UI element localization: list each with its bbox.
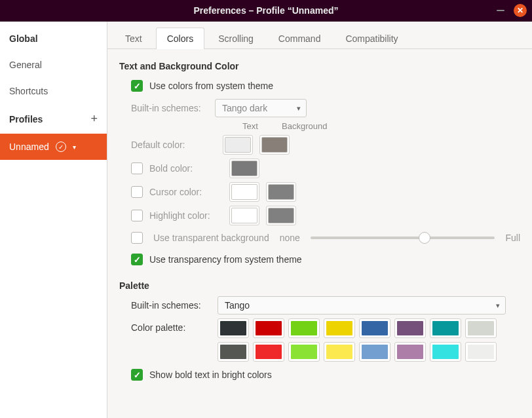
select-palette-scheme[interactable]: Tango — [218, 296, 506, 314]
palette-cell-3[interactable] — [324, 318, 355, 338]
chevron-down-icon[interactable]: ▾ — [73, 143, 76, 151]
palette-cell-9[interactable] — [253, 342, 284, 362]
label-use-system-colors: Use colors from system theme — [149, 81, 273, 91]
swatch-cursor-text[interactable] — [231, 184, 257, 200]
check-icon: ✓ — [56, 142, 66, 152]
palette-cell-15[interactable] — [465, 342, 497, 362]
label-cursor-color: Cursor color: — [149, 187, 223, 197]
palette-swatch[interactable] — [256, 321, 282, 335]
palette-swatch[interactable] — [397, 345, 423, 359]
palette-cell-6[interactable] — [430, 318, 461, 338]
slider-thumb[interactable] — [419, 232, 430, 244]
swatch-bold-text[interactable] — [231, 161, 257, 176]
palette-swatch[interactable] — [220, 321, 246, 335]
palette-swatch[interactable] — [326, 345, 352, 359]
label-highlight-color: Highlight color: — [149, 210, 223, 221]
slider-label-full: Full — [505, 233, 520, 243]
tab-scrolling[interactable]: Scrolling — [207, 28, 265, 49]
col-header-bg: Background — [282, 121, 326, 131]
sidebar-item-shortcuts[interactable]: Shortcuts — [0, 78, 107, 104]
swatch-highlight-text[interactable] — [231, 208, 257, 223]
checkbox-bold-bright[interactable] — [131, 369, 143, 381]
palette-cell-13[interactable] — [394, 342, 426, 362]
swatch-cursor-bg[interactable] — [268, 184, 294, 200]
palette-cell-1[interactable] — [253, 318, 284, 338]
tab-colors[interactable]: Colors — [156, 28, 204, 49]
checkbox-use-system-colors[interactable] — [131, 80, 143, 92]
sidebar-heading-profiles: Profiles + — [0, 104, 107, 134]
profile-name: Unnamed — [9, 142, 49, 152]
tabs: Text Colors Scrolling Command Compatibil… — [107, 22, 532, 49]
label-builtin-schemes: Built-in schemes: — [131, 103, 208, 113]
palette-swatch[interactable] — [291, 321, 317, 335]
select-builtin-scheme[interactable]: Tango dark — [215, 99, 307, 117]
palette-cell-5[interactable] — [394, 318, 426, 338]
swatch-highlight-bg[interactable] — [268, 208, 294, 223]
palette-cell-8[interactable] — [218, 342, 249, 362]
palette-swatch[interactable] — [291, 345, 317, 359]
sidebar: Global General Shortcuts Profiles + Unna… — [0, 22, 107, 418]
palette-cell-10[interactable] — [288, 342, 320, 362]
label-bold-color: Bold color: — [149, 163, 223, 174]
palette-swatch[interactable] — [397, 321, 423, 335]
palette-cell-4[interactable] — [359, 318, 390, 338]
palette-swatch[interactable] — [432, 345, 459, 359]
label-bold-bright: Show bold text in bright colors — [149, 370, 272, 380]
label-color-palette: Color palette: — [131, 318, 211, 333]
tab-compatibility[interactable]: Compatibility — [334, 28, 409, 49]
sidebar-profile-active[interactable]: Unnamed ✓ ▾ — [0, 134, 107, 160]
palette-cell-2[interactable] — [288, 318, 320, 338]
palette-swatch[interactable] — [220, 345, 246, 359]
label-transparent-bg: Use transparent background — [153, 233, 269, 243]
palette-swatch[interactable] — [468, 321, 494, 335]
section-text-bg: Text and Background Color — [119, 61, 520, 71]
checkbox-cursor-color[interactable] — [131, 186, 143, 198]
checkbox-transparent-bg[interactable] — [131, 232, 143, 244]
label-default-color: Default color: — [131, 140, 216, 150]
sidebar-item-general[interactable]: General — [0, 52, 107, 78]
checkbox-highlight-color[interactable] — [131, 210, 143, 221]
palette-cell-14[interactable] — [430, 342, 461, 362]
palette-swatch[interactable] — [256, 345, 282, 359]
section-palette: Palette — [119, 280, 520, 291]
checkbox-bold-color[interactable] — [131, 162, 143, 174]
transparency-slider[interactable] — [311, 237, 495, 239]
minimize-button[interactable] — [497, 10, 504, 11]
label-palette-builtin: Built-in schemes: — [131, 300, 211, 311]
palette-cell-12[interactable] — [359, 342, 390, 362]
checkbox-use-system-transparency[interactable] — [131, 254, 143, 265]
close-button[interactable]: ✕ — [514, 4, 527, 17]
palette-cell-11[interactable] — [324, 342, 355, 362]
palette-swatch[interactable] — [362, 321, 388, 335]
palette-cell-7[interactable] — [465, 318, 497, 338]
palette-swatch[interactable] — [468, 345, 494, 359]
palette-cell-0[interactable] — [218, 318, 249, 338]
palette-swatch[interactable] — [432, 321, 459, 335]
tab-command[interactable]: Command — [267, 28, 332, 49]
sidebar-heading-global: Global — [0, 26, 107, 52]
palette-grid — [218, 318, 497, 362]
window-title: Preferences – Profile “Unnamed” — [194, 5, 339, 16]
swatch-default-bg[interactable] — [261, 137, 288, 153]
palette-swatch[interactable] — [326, 321, 352, 335]
palette-swatch[interactable] — [362, 345, 388, 359]
col-header-text: Text — [228, 121, 273, 131]
label-use-system-transparency: Use transparency from system theme — [149, 254, 302, 265]
slider-label-none: none — [280, 233, 300, 243]
titlebar: Preferences – Profile “Unnamed” ✕ — [0, 0, 532, 21]
tab-text[interactable]: Text — [114, 28, 153, 49]
add-profile-button[interactable]: + — [90, 112, 98, 126]
swatch-default-text[interactable] — [225, 137, 251, 153]
tab-panel-colors: Text and Background Color Use colors fro… — [107, 49, 532, 418]
